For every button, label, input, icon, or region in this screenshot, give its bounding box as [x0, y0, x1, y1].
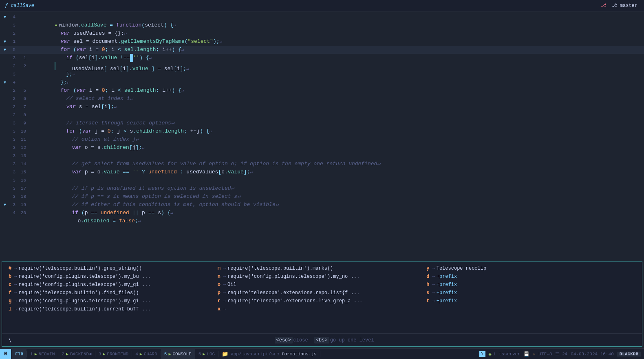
code-line: ▼ 1 for (var i = 0; i < sel.length; i++)… — [0, 38, 644, 46]
telescope-input: \ — [9, 337, 11, 343]
tele-entry: o → Oil — [218, 282, 427, 288]
status-tab-frontend[interactable]: 3 ▶ FRONTEND — [95, 349, 132, 359]
tele-entry: h → +prefix — [426, 282, 635, 288]
tele-entry: b → require('config.plugins.telescope').… — [9, 274, 218, 279]
code-line-current: ▼ 5 if (sel[i].value !== '') {↵ — [0, 46, 644, 54]
status-tab-guard[interactable]: 4 ▶ GUARD — [132, 349, 161, 359]
telescope-row: g → require('config.plugins.telescope').… — [9, 297, 635, 305]
tele-entry: g → require('config.plugins.telescope').… — [9, 298, 218, 304]
theme-label: BLACKDB — [617, 352, 641, 357]
telescope-hints: <esc>close <bs>go up one level — [16, 337, 635, 343]
code-line: 3 16 // if p is undefined it means optio… — [0, 176, 644, 184]
status-right: \ ◉ 1 tsserver 💾 ⚠ UTF-8 ☰ 24 04-03-2024… — [479, 351, 644, 357]
tele-entry: l → require('telescope.builtin').current… — [9, 306, 218, 312]
telescope-row: # → require('telescope.builtin').grep_st… — [9, 265, 635, 272]
status-tab-neovim[interactable]: 1 ▶ NEOVIM — [27, 349, 58, 359]
code-line: ▼ 3 19 if (p == undefined || p == s) {↵ — [0, 201, 644, 209]
lsp-name: tsserver — [499, 352, 520, 357]
code-content[interactable]: ▼ 4 ●window.callSave = function(select) … — [0, 11, 644, 261]
tele-entry: f → require('telescope.builtin').find_fi… — [9, 290, 218, 296]
status-mode: N — [0, 349, 11, 359]
code-line: 2 6 var s = sel[i];↵ — [0, 95, 644, 103]
save-icon: 💾 — [524, 351, 529, 357]
tele-entry: t → +prefix — [426, 298, 635, 304]
telescope-row: l → require('telescope.builtin').current… — [9, 306, 635, 313]
code-line: 3 18 // if either of this conditions is … — [0, 193, 644, 201]
telescope-footer: \ <esc>close <bs>go up one level — [2, 333, 642, 346]
status-tabs: FTB 1 ▶ NEOVIM 2 ▶ BACKEND◄ 3 ▶ FRONTEND… — [12, 349, 218, 359]
code-line: ▼ 4 ●window.callSave = function(select) … — [0, 13, 644, 21]
function-name: ƒ callSave — [5, 3, 34, 9]
tele-entry: s → +prefix — [426, 290, 635, 296]
code-line: 3 1 usedValues[ sel[i].value ] = sel[i];… — [0, 54, 644, 62]
telescope-body: # → require('telescope.builtin').grep_st… — [2, 261, 642, 333]
tele-entry: d → +prefix — [426, 274, 635, 279]
code-line: 2 var sel = document.getElementsByTagNam… — [0, 29, 644, 38]
code-line: 2 5 // select at index i↵ — [0, 86, 644, 95]
tele-entry: x → — [218, 306, 427, 312]
tele-entry: r → require('telescope'.extensions.live_… — [218, 298, 427, 304]
fold-indicator[interactable]: ▼ — [2, 79, 8, 87]
file-name: formations.js — [282, 352, 317, 357]
code-line: 3 var usedValues = {};↵ — [0, 21, 644, 29]
code-line: 3 9 for (var j = 0; j < s.children.lengt… — [0, 119, 644, 127]
datetime: 04-03-2024 16:40 — [571, 352, 614, 357]
status-tab-console[interactable]: 5 ▶ CONSOLE — [161, 349, 195, 359]
folder-icon: 📁 — [222, 351, 228, 357]
editor-area[interactable]: ▼ 4 ●window.callSave = function(select) … — [0, 11, 644, 348]
warning-icon: ⚠ — [533, 351, 536, 357]
code-line: ▼ 4 for (var i = 0; i < sel.length; i++)… — [0, 78, 644, 86]
status-indicator: \ — [479, 351, 485, 357]
fold-indicator[interactable]: ▼ — [2, 46, 8, 54]
branch-label: ⎇ ⎇ master — [601, 2, 639, 9]
code-line: 3 14 var p = o.value == '' ? undefined :… — [0, 160, 644, 168]
telescope-row: c → require('config.plugins.telescope').… — [9, 281, 635, 288]
telescope-row: b → require('config.plugins.telescope').… — [9, 273, 635, 280]
code-line: 3 13 // get select from usedValues for v… — [0, 152, 644, 160]
fold-indicator[interactable]: ▼ — [2, 13, 8, 22]
status-bar: N FTB 1 ▶ NEOVIM 2 ▶ BACKEND◄ 3 ▶ FRONTE… — [0, 348, 644, 359]
path-text: app/javascript/src — [231, 352, 279, 357]
telescope-panel[interactable]: # → require('telescope.builtin').grep_st… — [2, 261, 642, 347]
tele-entry: n → require('config.plugins.telescope').… — [218, 274, 427, 279]
tele-entry: m → require('telescope.builtin').marks() — [218, 266, 427, 271]
status-tab-ftb[interactable]: FTB — [12, 349, 26, 359]
code-line: 3 10 // option at index j↵ — [0, 127, 644, 135]
code-line: 2 2 };↵ — [0, 62, 644, 70]
code-line: 3 11 var o = s.children[j];↵ — [0, 135, 644, 144]
status-tab-log[interactable]: 6 ▶ LOG — [195, 349, 218, 359]
status-diag: ◉ 1 — [489, 351, 496, 357]
title-bar: ƒ callSave ⎇ ⎇ master — [0, 0, 644, 11]
code-line: 3 17 // if p == s it means option is sel… — [0, 184, 644, 193]
tele-entry: y → Telescope neoclip — [426, 266, 635, 271]
fold-indicator[interactable]: ▼ — [2, 201, 8, 209]
fold-indicator[interactable]: ▼ — [2, 38, 8, 46]
tele-entry: # → require('telescope.builtin').grep_st… — [9, 266, 218, 271]
code-line: 2 8 // iterate through select options↵ — [0, 111, 644, 119]
status-path: 📁 app/javascript/src formations.js — [218, 351, 320, 357]
code-line: 3 };↵ — [0, 70, 644, 78]
encoding: UTF-8 — [538, 352, 552, 357]
tele-entry: p → require'telescope'.extensions.repo.l… — [218, 290, 427, 296]
code-line: 4 20 o.disabled = false;↵ — [0, 209, 644, 217]
line-info: ☰ 24 — [555, 351, 567, 357]
telescope-rows: # → require('telescope.builtin').grep_st… — [9, 265, 635, 330]
tele-entry: c → require('config.plugins.telescope').… — [9, 282, 218, 288]
telescope-row: f → require('telescope.builtin').find_fi… — [9, 289, 635, 297]
status-tab-backend[interactable]: 2 ▶ BACKEND◄ — [58, 349, 95, 359]
